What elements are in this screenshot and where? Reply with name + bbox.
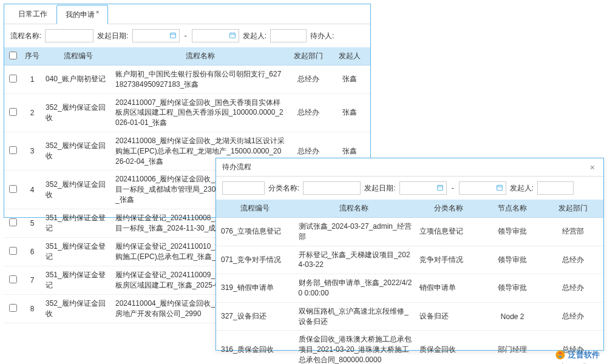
cell-dept: 总经办: [288, 66, 329, 94]
cell-code: 352_履约保证金回收: [43, 170, 113, 209]
pending-initiator-input[interactable]: [537, 181, 574, 195]
cell-seq: 7: [21, 266, 43, 294]
cell-name: 财务部_销假申请单_张鑫_2022/4/20 0:00:00: [294, 274, 415, 303]
cell-cat: 设备归还: [415, 302, 482, 331]
pending-date-to-input[interactable]: [462, 184, 496, 193]
cell-code: 351_履约保证金登记: [43, 209, 113, 237]
cell-code: 352_履约保证金回收: [43, 294, 113, 323]
date-from-wrap: [399, 181, 447, 195]
select-all-checkbox[interactable]: [9, 52, 17, 59]
cell-dept: 经营部: [543, 218, 603, 246]
pending-filter-bar: 分类名称: 发起日期: - 发起人:: [216, 177, 603, 200]
row-checkbox[interactable]: [9, 146, 17, 154]
table-row[interactable]: 076_立项信息登记测试张鑫_2024-03-27_admin_经营部立项信息登…: [216, 218, 603, 246]
filter-date-label: 发起日期:: [97, 31, 128, 41]
cell-seq: 2: [21, 93, 43, 132]
tab-my-applications[interactable]: 我的申请×: [56, 5, 108, 24]
tab-bar: 日常工作 我的申请×: [4, 4, 370, 24]
cell-cat: 竞争对手情况: [415, 246, 482, 274]
cell-name: 测试张鑫_2024-03-27_admin_经营部: [294, 218, 415, 246]
cell-code: 040_账户期初登记: [43, 66, 113, 94]
svg-rect-8: [437, 185, 443, 190]
cell-node: 领导审批: [482, 274, 543, 303]
row-checkbox[interactable]: [9, 218, 17, 226]
brand-logo-icon: [555, 349, 566, 360]
filter-initiator-label: 发起人:: [510, 183, 534, 194]
date-from-wrap: [132, 29, 180, 42]
row-checkbox[interactable]: [9, 75, 17, 83]
header-dept: 发起部门: [543, 200, 603, 218]
row-checkbox[interactable]: [9, 185, 17, 193]
table-row[interactable]: 071_竞争对手情况开标登记_张鑫_天梯建设项目_2024-03-22竞争对手情…: [216, 246, 603, 274]
row-checkbox[interactable]: [9, 275, 17, 283]
cell-name: 质保金回收_港珠澳大桥施工总承包项目_2021-03-20_港珠澳大桥施工总承包…: [294, 331, 415, 364]
pending-date-from-input[interactable]: [402, 184, 436, 193]
filter-date-label: 发起日期:: [364, 183, 395, 194]
cell-code: 319_销假申请单: [216, 274, 294, 303]
date-to-input[interactable]: [195, 32, 229, 41]
cell-seq: 4: [21, 170, 43, 209]
header-checkbox-cell: [4, 47, 21, 66]
cell-name: 开标登记_张鑫_天梯建设项目_2024-03-22: [294, 246, 415, 274]
table-row[interactable]: 327_设备归还双钢压路机_京沪高速北京段维修_设备归还设备归还Node 2总经…: [216, 302, 603, 331]
cell-name: 2024110007_履约保证金回收_国色天香项目实体样板房区域园建工程_国色天…: [113, 93, 288, 132]
calendar-icon[interactable]: [229, 32, 236, 41]
tab-daily-work[interactable]: 日常工作: [9, 5, 56, 24]
row-checkbox[interactable]: [9, 247, 17, 255]
filter-initiator-input[interactable]: [270, 29, 307, 42]
header-code: 流程编号: [216, 200, 294, 218]
cell-dept: 总经办: [543, 246, 603, 274]
pending-title: 待办流程: [222, 162, 251, 172]
date-separator: -: [185, 32, 187, 40]
table-row[interactable]: 2352_履约保证金回收2024110007_履约保证金回收_国色天香项目实体样…: [4, 93, 370, 132]
cell-code: 327_设备归还: [216, 302, 294, 331]
cell-node: Node 2: [482, 302, 543, 331]
table-row[interactable]: 316_质保金回收质保金回收_港珠澳大桥施工总承包项目_2021-03-20_港…: [216, 331, 603, 364]
close-icon[interactable]: ×: [588, 163, 597, 172]
svg-rect-4: [229, 33, 235, 38]
cell-seq: 3: [21, 132, 43, 170]
cell-cat: 质保金回收: [415, 331, 482, 364]
row-checkbox[interactable]: [9, 304, 17, 312]
row-checkbox[interactable]: [9, 108, 17, 116]
date-from-input[interactable]: [135, 32, 169, 41]
brand-footer: 泛普软件: [555, 349, 600, 360]
cell-code: 351_履约保证金登记: [43, 237, 113, 266]
filter-cat-input[interactable]: [303, 181, 361, 195]
header-dept: 发起部门: [288, 47, 329, 66]
table-row[interactable]: 1040_账户期初登记账户期初_中国民生银行股份有限公司朝阳支行_6271827…: [4, 66, 370, 94]
cell-dept: 总经办: [288, 93, 329, 132]
tab-close-icon[interactable]: ×: [96, 9, 99, 15]
cell-cat: 立项信息登记: [415, 218, 482, 246]
cell-code: 316_质保金回收: [216, 331, 294, 364]
cell-code: 076_立项信息登记: [216, 218, 294, 246]
cell-seq: 1: [21, 66, 43, 94]
tab-label: 我的申请: [66, 10, 95, 19]
calendar-icon[interactable]: [436, 184, 444, 193]
header-node: 节点名称: [482, 200, 543, 218]
cell-code: 352_履约保证金回收: [43, 132, 113, 170]
cell-code: 352_履约保证金回收: [43, 93, 113, 132]
header-name: 流程名称: [113, 47, 288, 66]
date-to-wrap: [192, 29, 239, 42]
filter-name-input[interactable]: [45, 29, 93, 42]
table-row[interactable]: 319_销假申请单财务部_销假申请单_张鑫_2022/4/20 0:00:00销…: [216, 274, 603, 303]
svg-point-16: [556, 351, 565, 360]
date-separator: -: [452, 184, 454, 192]
header-code: 流程编号: [43, 47, 113, 66]
cell-initiator: 张鑫: [329, 66, 370, 94]
cell-dept: 总经办: [543, 274, 603, 303]
calendar-icon[interactable]: [496, 184, 503, 193]
filter-initiator-label: 发起人:: [243, 31, 266, 41]
pending-search-input[interactable]: [222, 181, 265, 195]
filter-cat-label: 分类名称:: [268, 183, 299, 194]
cell-name: 账户期初_中国民生银行股份有限公司朝阳支行_627182738495092718…: [113, 66, 288, 94]
header-initiator: 发起人: [329, 47, 370, 66]
filter-name-label: 流程名称:: [10, 31, 41, 41]
calendar-icon[interactable]: [169, 32, 177, 41]
table-header-row: 流程编号 流程名称 分类名称 节点名称 发起部门: [216, 200, 603, 218]
cell-node: 部门经理: [482, 331, 543, 364]
main-filter-bar: 流程名称: 发起日期: - 发起人: 待办人:: [4, 24, 370, 47]
cell-code: 351_履约保证金登记: [43, 266, 113, 294]
cell-seq: 6: [21, 237, 43, 266]
